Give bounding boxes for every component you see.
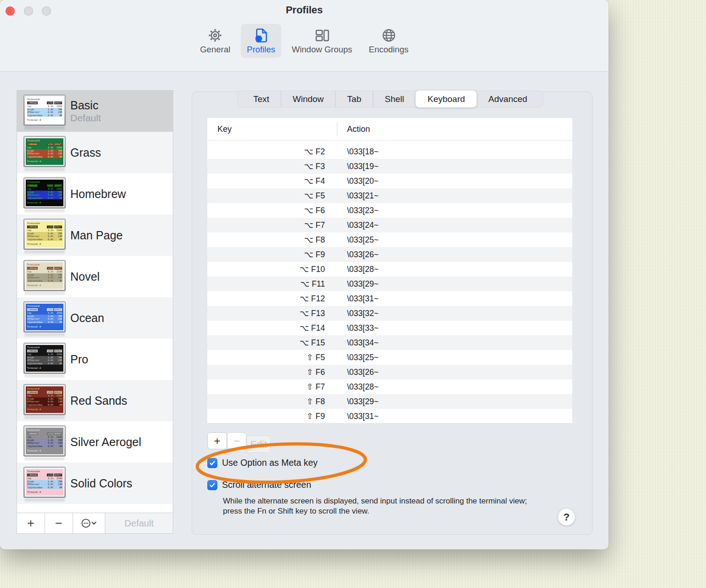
add-profile-button[interactable]: + bbox=[17, 513, 45, 533]
column-divider[interactable] bbox=[337, 122, 337, 136]
tab-advanced[interactable]: Advanced bbox=[477, 91, 539, 107]
profile-list-item-silver-aerogel[interactable]: Terminal# COMMAND%CPURPRVT top4.1%231KXc… bbox=[17, 421, 173, 463]
toolbar-item-window-groups[interactable]: Window Groups bbox=[286, 24, 359, 58]
profile-list-item-grass[interactable]: Terminal# COMMAND%CPURPRVT top4.1%231KXc… bbox=[17, 132, 173, 173]
use-option-as-meta-key-checkbox[interactable] bbox=[207, 458, 217, 468]
table-row[interactable]: ⌥ F13 \033[32~ bbox=[207, 306, 572, 321]
action-cell: \033[29~ bbox=[337, 279, 379, 289]
table-row[interactable]: ⌥ F5 \033[21~ bbox=[207, 188, 572, 203]
thumbnail-reflection bbox=[24, 458, 65, 461]
key-cell: ⌥ F2 bbox=[207, 147, 337, 157]
table-row[interactable]: ⇧ F8 \033[29~ bbox=[207, 394, 572, 409]
set-default-button[interactable]: Default bbox=[105, 513, 173, 533]
preview-column-badge: %CPU bbox=[47, 350, 53, 353]
table-row[interactable]: ⌥ F4 \033[20~ bbox=[207, 174, 572, 188]
column-header-key[interactable]: Key bbox=[207, 124, 232, 134]
key-cell: ⇧ F7 bbox=[207, 382, 337, 392]
key-cell: ⌥ F7 bbox=[207, 220, 337, 230]
tab-shell[interactable]: Shell bbox=[373, 91, 416, 107]
profile-text: Basic Default bbox=[70, 99, 101, 124]
preview-title-line: Terminal# bbox=[27, 139, 62, 142]
thumbnail-reflection bbox=[24, 168, 65, 172]
table-row[interactable]: ⌥ F6 \033[23~ bbox=[207, 203, 572, 218]
toolbar-item-general[interactable]: General bbox=[194, 24, 236, 58]
profile-list-item-man-page[interactable]: Terminal# COMMAND%CPURPRVT top4.1%231KXc… bbox=[17, 215, 173, 256]
table-row[interactable]: ⌥ F10 \033[28~ bbox=[207, 262, 572, 277]
table-row[interactable]: ⌥ F7 \033[24~ bbox=[207, 218, 572, 232]
tab-tab[interactable]: Tab bbox=[335, 91, 373, 107]
terminal-preview: Terminal# COMMAND%CPURPRVT top4.1%231KXc… bbox=[25, 137, 64, 166]
action-cell: \033[28~ bbox=[337, 382, 379, 392]
action-cell: \033[23~ bbox=[337, 206, 379, 215]
profile-list-item-pro[interactable]: Terminal# COMMAND%CPURPRVT top4.1%231KXc… bbox=[17, 339, 173, 380]
document-gear-icon bbox=[253, 28, 269, 43]
toolbar-label-profiles: Profiles bbox=[247, 45, 275, 55]
key-cell: ⌥ F5 bbox=[207, 191, 337, 201]
table-row[interactable]: ⌥ F3 \033[19~ bbox=[207, 159, 572, 174]
preview-prompt-line: Terminal # bbox=[27, 119, 62, 122]
table-row[interactable]: ⌥ F2 \033[18~ bbox=[207, 144, 572, 159]
edit-key-button[interactable]: Edit bbox=[246, 435, 271, 453]
preview-column-badge: %CPU bbox=[47, 474, 53, 477]
profile-list-item-ocean[interactable]: Terminal# COMMAND%CPURPRVT top4.1%231KXc… bbox=[17, 297, 173, 339]
action-cell: \033[33~ bbox=[337, 323, 379, 333]
action-cell: \033[29~ bbox=[337, 397, 379, 407]
table-row[interactable]: ⌥ F14 \033[33~ bbox=[207, 321, 572, 335]
sidebar-footer: + − Default bbox=[17, 513, 173, 533]
toolbar-item-encodings[interactable]: Encodings bbox=[363, 24, 414, 58]
profile-list-item-red-sands[interactable]: Terminal# COMMAND%CPURPRVT top4.1%231KXc… bbox=[17, 380, 173, 421]
remove-profile-button[interactable]: − bbox=[45, 513, 73, 533]
window-groups-icon bbox=[314, 28, 330, 43]
use-option-as-meta-key-label: Use Option as Meta key bbox=[222, 458, 318, 468]
profile-list-item-novel[interactable]: Terminal# COMMAND%CPURPRVT top4.1%231KXc… bbox=[17, 256, 173, 297]
action-cell: \033[18~ bbox=[337, 147, 379, 157]
table-row[interactable]: ⌥ F11 \033[29~ bbox=[207, 277, 572, 291]
preview-title-line: Terminal# bbox=[27, 429, 62, 432]
preview-process-rows: top4.1%231KXcode1.4%78MATSServer0.0%13Ml… bbox=[27, 435, 62, 447]
profile-thumbnail: Terminal# COMMAND%CPURPRVT top4.1%231KXc… bbox=[23, 260, 66, 296]
remove-key-button[interactable]: − bbox=[227, 432, 246, 449]
table-row[interactable]: ⌥ F9 \033[26~ bbox=[207, 247, 572, 262]
preview-column-badge: COMMAND bbox=[27, 102, 38, 105]
scroll-alternate-screen-checkbox[interactable] bbox=[207, 480, 217, 490]
table-row[interactable]: ⌥ F8 \033[25~ bbox=[207, 232, 572, 247]
table-row[interactable]: ⌥ F15 \033[34~ bbox=[207, 335, 572, 350]
tab-text[interactable]: Text bbox=[242, 91, 281, 107]
tab-keyboard[interactable]: Keyboard bbox=[416, 90, 476, 107]
table-row[interactable]: ⇧ F9 \033[31~ bbox=[207, 409, 572, 423]
checkmark-icon bbox=[209, 481, 216, 489]
preview-process-rows: top4.1%231KXcode1.4%78MATSServer0.0%13Ml… bbox=[27, 187, 62, 199]
table-row[interactable]: ⌥ F12 \033[31~ bbox=[207, 291, 572, 306]
profile-name: Red Sands bbox=[70, 394, 127, 407]
profile-list-item-basic[interactable]: Terminal# COMMAND%CPURPRVT top4.1%231KXc… bbox=[17, 90, 173, 132]
toolbar-item-profiles[interactable]: Profiles bbox=[241, 24, 281, 58]
preview-title-line: Terminal# bbox=[27, 470, 62, 473]
preview-column-badge: RPRVT bbox=[54, 350, 62, 353]
help-button[interactable]: ? bbox=[558, 509, 575, 526]
action-cell: \033[20~ bbox=[337, 176, 379, 186]
action-cell: \033[24~ bbox=[337, 220, 379, 230]
action-cell: \033[34~ bbox=[337, 338, 379, 348]
preview-column-badge: RPRVT bbox=[54, 432, 62, 435]
preview-title-line: Terminal# bbox=[27, 98, 62, 101]
tab-window[interactable]: Window bbox=[281, 91, 336, 107]
action-cell: \033[25~ bbox=[337, 353, 379, 362]
profile-list-item-solid-colors[interactable]: Terminal# COMMAND%CPURPRVT top4.1%231KXc… bbox=[17, 463, 173, 504]
column-header-action[interactable]: Action bbox=[347, 124, 370, 134]
table-row[interactable]: ⇧ F5 \033[25~ bbox=[207, 350, 572, 365]
preferences-toolbar: General Profil bbox=[0, 24, 609, 58]
profile-text: Man Page bbox=[70, 229, 123, 242]
preview-process-row: loginwindow0.0%4M bbox=[27, 114, 62, 117]
add-key-button[interactable]: + bbox=[207, 432, 227, 449]
terminal-preview: Terminal# COMMAND%CPURPRVT top4.1%231KXc… bbox=[25, 179, 64, 207]
action-cell: \033[19~ bbox=[337, 162, 379, 171]
profile-name: Solid Colors bbox=[70, 477, 132, 490]
preview-process-row: loginwindow0.0%4M bbox=[27, 321, 62, 324]
preview-title-line: Terminal# bbox=[27, 387, 62, 390]
preview-column-badge: %CPU bbox=[47, 143, 53, 146]
table-row[interactable]: ⇧ F7 \033[28~ bbox=[207, 379, 572, 394]
profile-list-item-homebrew[interactable]: Terminal# COMMAND%CPURPRVT top4.1%231KXc… bbox=[17, 173, 173, 215]
preview-column-badge: COMMAND bbox=[27, 432, 38, 435]
profile-actions-menu-button[interactable] bbox=[73, 513, 105, 533]
table-row[interactable]: ⇧ F6 \033[26~ bbox=[207, 365, 572, 379]
